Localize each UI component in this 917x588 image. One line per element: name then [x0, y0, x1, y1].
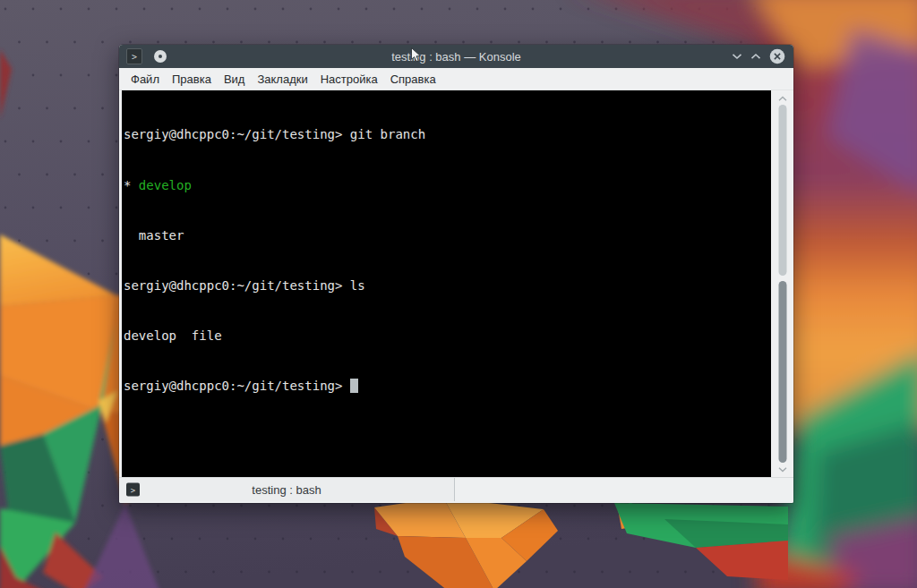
scrollbar-track-segment[interactable]: [778, 105, 786, 276]
tabbar-empty-area[interactable]: [455, 478, 793, 501]
terminal-line: sergiy@dhcppc0:~/git/testing>: [124, 378, 771, 395]
git-current-branch: develop: [139, 178, 192, 192]
terminal-line: * develop: [124, 177, 771, 194]
scrollbar[interactable]: [771, 90, 793, 477]
scroll-up-arrow-icon[interactable]: [778, 96, 787, 102]
chevron-up-icon: [750, 53, 761, 60]
window-controls: [732, 48, 793, 64]
tab-terminal-icon: >: [126, 483, 140, 497]
menu-item-help[interactable]: Справка: [384, 70, 442, 89]
konsole-app-icon[interactable]: >: [126, 48, 142, 64]
terminal-line: master: [124, 227, 771, 244]
menu-item-file[interactable]: Файл: [124, 70, 166, 89]
maximize-button[interactable]: [750, 53, 761, 60]
terminal-line: sergiy@dhcppc0:~/git/testing> git branch: [124, 126, 771, 143]
tabbar[interactable]: > testing : bash: [119, 477, 793, 503]
konsole-window: > testing : bash — Konsole: [119, 45, 793, 503]
window-dot-button[interactable]: [154, 50, 167, 63]
terminal-area: sergiy@dhcppc0:~/git/testing> git branch…: [119, 90, 793, 477]
scroll-down-arrow-icon[interactable]: [778, 466, 787, 473]
mouse-cursor: [410, 47, 423, 64]
dot-icon: [159, 55, 162, 58]
terminal-output[interactable]: sergiy@dhcppc0:~/git/testing> git branch…: [122, 90, 771, 477]
menubar: Файл Правка Вид Закладки Настройка Справ…: [119, 68, 793, 90]
tab-testing-bash[interactable]: > testing : bash: [119, 478, 455, 501]
scrollbar-thumb[interactable]: [778, 281, 786, 463]
tab-label: testing : bash: [252, 483, 321, 497]
terminal-line: develop file: [124, 328, 771, 345]
chevron-down-icon: [732, 53, 742, 60]
close-button[interactable]: [769, 48, 785, 64]
desktop: > testing : bash — Konsole: [0, 0, 917, 588]
titlebar[interactable]: > testing : bash — Konsole: [119, 45, 793, 68]
menu-item-view[interactable]: Вид: [218, 70, 252, 89]
menu-item-edit[interactable]: Правка: [166, 70, 218, 89]
circle-x-icon: [769, 48, 785, 64]
terminal-cursor: [350, 379, 358, 393]
menu-item-settings[interactable]: Настройка: [314, 70, 384, 89]
menu-item-bookmarks[interactable]: Закладки: [251, 70, 313, 89]
minimize-button[interactable]: [732, 53, 742, 60]
terminal-line: sergiy@dhcppc0:~/git/testing> ls: [124, 277, 771, 294]
